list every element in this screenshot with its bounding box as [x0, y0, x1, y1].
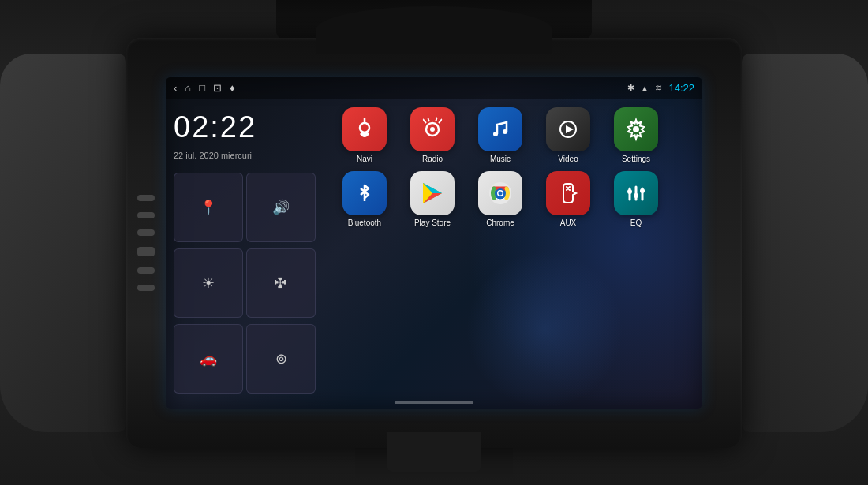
app-bluetooth[interactable]: Bluetooth	[335, 171, 395, 227]
radio-label: Radio	[422, 155, 443, 163]
svg-point-18	[640, 188, 645, 193]
svg-point-16	[634, 193, 638, 198]
bluetooth-label: Bluetooth	[348, 218, 381, 227]
radio-icon-bg	[410, 107, 455, 151]
app-video[interactable]: Video	[538, 107, 598, 163]
aux-label: AUX	[560, 218, 577, 227]
video-icon-bg	[546, 107, 590, 151]
screenshot-icon[interactable]: ⊡	[213, 82, 222, 94]
location-control[interactable]: 📍	[174, 173, 243, 242]
car-mode-control[interactable]: 🚗	[174, 324, 243, 394]
nav-btn[interactable]	[137, 247, 155, 256]
app-settings[interactable]: Settings	[606, 107, 666, 163]
status-bar: ‹ ⌂ □ ⊡ ♦ ✱ ▲ ≋ 14:22	[166, 77, 702, 99]
mic-icon[interactable]: ♦	[230, 82, 235, 94]
nav-icons-group: ‹ ⌂ □ ⊡ ♦	[174, 82, 235, 94]
extra-btn2[interactable]	[137, 285, 155, 291]
clock-display-small: 14:22	[668, 82, 694, 94]
svg-point-12	[499, 191, 503, 195]
app-playstore[interactable]: Play Store	[402, 171, 462, 227]
navi-icon-bg	[342, 107, 387, 151]
date-label: 22 iul. 2020 miercuri	[174, 151, 316, 160]
screen-content: 02:22 22 iul. 2020 miercuri 📍 🔊 ☀	[166, 99, 702, 409]
brightness-icon: ☀	[202, 274, 215, 292]
extra-btn[interactable]	[137, 267, 155, 274]
wifi-icon: ▲	[641, 84, 649, 93]
svg-point-14	[627, 189, 632, 194]
settings-icon-bg	[614, 107, 658, 151]
volume-icon: 🔊	[272, 199, 290, 216]
chrome-icon-bg	[478, 171, 522, 215]
app-chrome[interactable]: Chrome	[470, 171, 530, 227]
svg-point-7	[633, 126, 639, 132]
head-unit: ‹ ⌂ □ ⊡ ♦ ✱ ▲ ≋ 14:22 02:22 22 iu	[126, 38, 742, 448]
recents-icon[interactable]: □	[199, 82, 205, 94]
svg-point-4	[503, 129, 507, 134]
bluetooth-icon-bg	[342, 171, 387, 215]
svg-point-3	[493, 132, 498, 136]
car-left-panel	[0, 54, 126, 432]
home-icon[interactable]: ⌂	[185, 82, 191, 94]
app-row-1: Navi	[335, 107, 691, 163]
app-row-2: Bluetooth	[335, 171, 691, 227]
chrome-label: Chrome	[486, 218, 514, 227]
android-screen: ‹ ⌂ □ ⊡ ♦ ✱ ▲ ≋ 14:22 02:22 22 iu	[166, 77, 702, 409]
main-clock: 02:22	[174, 110, 316, 144]
svg-point-0	[360, 123, 369, 132]
left-panel-screen: 02:22 22 iul. 2020 miercuri 📍 🔊 ☀	[166, 99, 324, 409]
sliders-control[interactable]: ⧾	[246, 248, 316, 318]
location-icon: 📍	[200, 199, 217, 216]
brightness-control[interactable]: ☀	[174, 248, 243, 318]
app-navi[interactable]: Navi	[335, 107, 395, 163]
volume-control[interactable]: 🔊	[246, 173, 316, 242]
video-label: Video	[558, 155, 578, 163]
rings-icon: ⊚	[275, 350, 287, 367]
control-grid: 📍 🔊 ☀ ⧾ 🚗	[174, 173, 316, 397]
navi-label: Navi	[357, 155, 372, 163]
home-indicator	[395, 401, 473, 404]
music-label: Music	[490, 155, 511, 163]
vol-down-btn[interactable]	[137, 229, 155, 236]
car-frame: ‹ ⌂ □ ⊡ ♦ ✱ ▲ ≋ 14:22 02:22 22 iu	[0, 0, 868, 485]
sliders-icon: ⧾	[274, 274, 288, 291]
vol-up-btn[interactable]	[137, 212, 155, 218]
app-radio[interactable]: Radio	[402, 107, 462, 163]
back-icon[interactable]: ‹	[174, 82, 177, 94]
eq-icon-bg	[614, 171, 658, 215]
playstore-label: Play Store	[414, 218, 451, 227]
app-eq[interactable]: EQ	[606, 171, 666, 227]
signal-icon: ≋	[655, 83, 662, 93]
settings-label: Settings	[622, 155, 650, 163]
playstore-icon-bg	[410, 171, 455, 215]
status-right-group: ✱ ▲ ≋ 14:22	[627, 82, 694, 94]
bluetooth-status-icon: ✱	[627, 83, 634, 93]
car-right-panel	[742, 54, 868, 432]
aux-icon-bg	[546, 171, 590, 215]
svg-marker-6	[566, 125, 574, 133]
right-panel-screen: Navi	[324, 99, 702, 409]
music-icon-bg	[478, 107, 522, 151]
side-buttons	[137, 195, 155, 291]
svg-point-2	[430, 127, 435, 132]
car-icon: 🚗	[200, 350, 217, 367]
eq-label: EQ	[630, 218, 642, 227]
power-btn[interactable]	[137, 195, 155, 201]
app-aux[interactable]: AUX	[538, 171, 598, 227]
settings-control[interactable]: ⊚	[246, 324, 316, 394]
app-music[interactable]: Music	[470, 107, 530, 163]
